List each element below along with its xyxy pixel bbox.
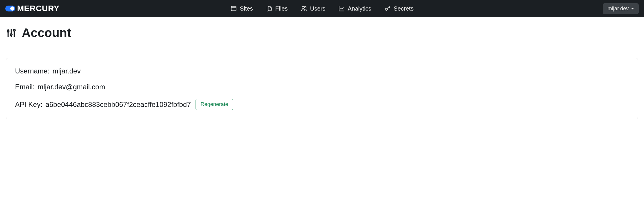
nav-label: Sites — [240, 5, 253, 12]
nav-label: Users — [310, 5, 325, 12]
logo-toggle-icon — [5, 6, 15, 11]
user-dropdown-label: mljar.dev — [608, 6, 629, 12]
users-icon — [301, 5, 307, 12]
email-field: Email: mljar.dev@gmail.com — [15, 83, 629, 91]
email-label: Email: — [15, 83, 35, 91]
nav-label: Files — [275, 5, 288, 12]
apikey-field: API Key: a6be0446abc883cebb067f2ceacffe1… — [15, 99, 629, 110]
nav-item-sites[interactable]: Sites — [225, 3, 258, 14]
svg-point-3 — [304, 6, 306, 8]
user-dropdown[interactable]: mljar.dev — [603, 3, 639, 14]
nav-item-secrets[interactable]: Secrets — [379, 3, 419, 14]
brand-logo[interactable]: MERCURY — [5, 4, 59, 13]
email-value: mljar.dev@gmail.com — [38, 83, 105, 91]
nav-item-users[interactable]: Users — [295, 3, 331, 14]
analytics-icon — [338, 5, 345, 12]
chevron-down-icon — [631, 8, 634, 9]
nav-item-files[interactable]: Files — [261, 3, 293, 14]
regenerate-button[interactable]: Regenerate — [196, 99, 233, 110]
svg-rect-0 — [231, 6, 236, 11]
svg-point-6 — [7, 30, 9, 32]
nav-label: Analytics — [348, 5, 371, 12]
svg-point-8 — [10, 34, 12, 36]
page-header: Account — [6, 26, 638, 46]
brand-text: MERCURY — [17, 4, 59, 13]
username-label: Username: — [15, 67, 49, 75]
page-content: Account Username: mljar.dev Email: mljar… — [0, 17, 644, 128]
username-value: mljar.dev — [52, 67, 81, 75]
apikey-label: API Key: — [15, 100, 42, 109]
apikey-value: a6be0446abc883cebb067f2ceacffe1092fbfbd7 — [45, 100, 191, 109]
nav-center: Sites Files Users Analytics Secrets — [225, 3, 419, 14]
page-title: Account — [22, 26, 71, 40]
browser-icon — [231, 5, 237, 12]
svg-point-4 — [385, 8, 387, 10]
svg-point-2 — [302, 6, 304, 9]
files-icon — [266, 5, 272, 12]
nav-item-analytics[interactable]: Analytics — [333, 3, 377, 14]
nav-label: Secrets — [394, 5, 414, 12]
svg-point-10 — [14, 29, 15, 31]
settings-sliders-icon — [6, 28, 16, 38]
key-icon — [384, 5, 391, 12]
account-card: Username: mljar.dev Email: mljar.dev@gma… — [6, 58, 638, 119]
navbar: MERCURY Sites Files Users Analytics Secr… — [0, 0, 644, 17]
username-field: Username: mljar.dev — [15, 67, 629, 75]
